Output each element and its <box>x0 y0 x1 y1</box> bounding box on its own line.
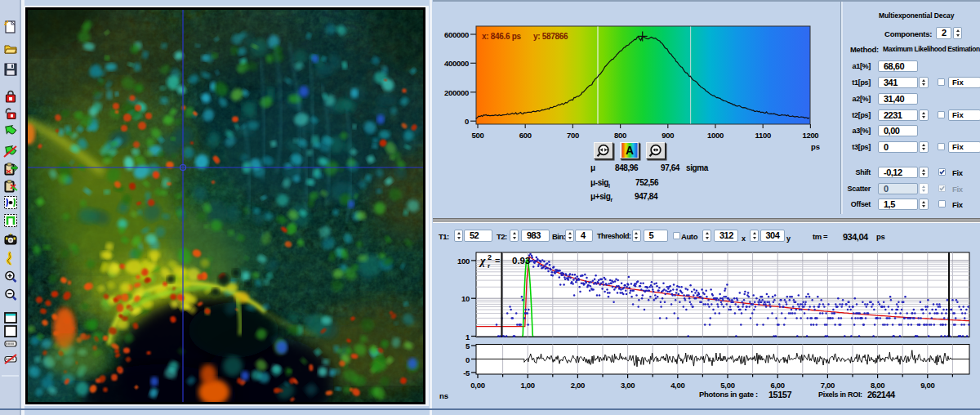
svg-text:1200: 1200 <box>802 131 818 140</box>
svg-text:262144: 262144 <box>867 390 896 399</box>
svg-text:700: 700 <box>567 131 579 140</box>
svg-text:800: 800 <box>614 131 626 140</box>
svg-text:6,00: 6,00 <box>771 381 785 390</box>
svg-text:400000: 400000 <box>444 59 469 68</box>
svg-text:10: 10 <box>461 294 470 303</box>
svg-text:Pixels in ROI:: Pixels in ROI: <box>818 390 862 399</box>
svg-text:7,00: 7,00 <box>821 381 835 390</box>
svg-text:600000: 600000 <box>444 30 469 39</box>
svg-text:5,00: 5,00 <box>720 381 734 390</box>
svg-text:9,00: 9,00 <box>920 381 934 390</box>
svg-text:0: 0 <box>466 355 470 364</box>
svg-text:100: 100 <box>457 257 470 266</box>
svg-text:y: 587866: y: 587866 <box>533 32 568 41</box>
svg-text:600: 600 <box>519 131 532 140</box>
svg-text:3,00: 3,00 <box>621 381 635 390</box>
svg-text:4,00: 4,00 <box>670 381 684 390</box>
svg-text:5: 5 <box>466 341 470 350</box>
svg-text:500: 500 <box>472 131 484 140</box>
svg-text:Photons in gate :: Photons in gate : <box>699 390 758 399</box>
svg-text:-5: -5 <box>463 368 470 377</box>
svg-text:0.93: 0.93 <box>512 256 530 266</box>
svg-text:2,00: 2,00 <box>571 381 585 390</box>
svg-text:200000: 200000 <box>444 88 469 97</box>
svg-text:ns: ns <box>439 391 448 400</box>
svg-text:1100: 1100 <box>755 131 770 140</box>
svg-text:1000: 1000 <box>707 131 724 140</box>
svg-text:8,00: 8,00 <box>871 381 884 390</box>
svg-text:ps: ps <box>811 142 820 151</box>
svg-text:r: r <box>488 262 490 270</box>
svg-text:15157: 15157 <box>768 390 791 399</box>
svg-text:0: 0 <box>465 117 469 126</box>
svg-text:χ: χ <box>479 255 486 267</box>
svg-text:x: 846.6 ps: x: 846.6 ps <box>482 32 522 41</box>
svg-text:0,00: 0,00 <box>470 381 484 390</box>
svg-text:900: 900 <box>662 131 674 140</box>
svg-text:1: 1 <box>466 332 470 341</box>
svg-text:A: A <box>626 144 634 157</box>
svg-text:=: = <box>495 256 500 266</box>
svg-text:1,00: 1,00 <box>521 381 535 390</box>
svg-text:2: 2 <box>488 253 492 261</box>
